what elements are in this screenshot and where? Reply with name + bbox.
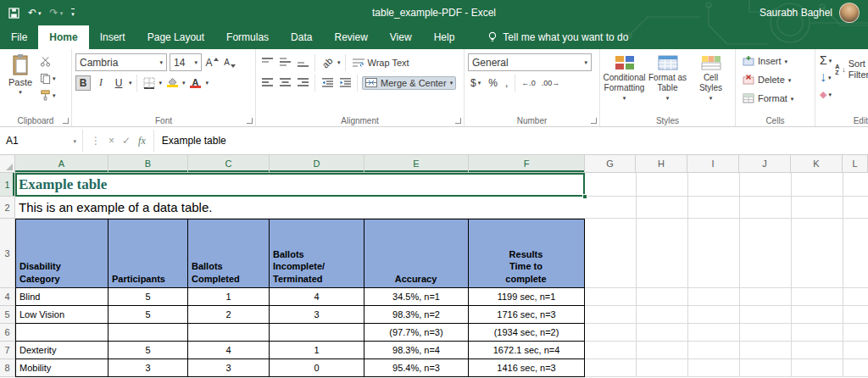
- font-color-dropdown-icon[interactable]: ▾: [206, 80, 209, 86]
- col-header-i[interactable]: I: [687, 155, 739, 173]
- decrease-indent-button[interactable]: [320, 75, 335, 91]
- cell[interactable]: 1716 sec, n=3: [469, 306, 585, 324]
- delete-dropdown-icon[interactable]: ▾: [788, 77, 792, 83]
- row-header-3[interactable]: 3: [0, 219, 15, 288]
- cell[interactable]: 4: [188, 342, 270, 359]
- cell[interactable]: Low Vision: [15, 306, 108, 324]
- row-header-1[interactable]: 1: [0, 173, 15, 197]
- tab-review[interactable]: Review: [323, 25, 378, 49]
- fill-color-dropdown-icon[interactable]: ▾: [182, 80, 186, 86]
- conditional-formatting-dropdown-icon[interactable]: ▾: [623, 95, 626, 101]
- bold-button[interactable]: B: [75, 75, 91, 91]
- wrap-text-button[interactable]: Wrap Text: [350, 57, 412, 69]
- cell[interactable]: [188, 324, 270, 342]
- number-format-combo[interactable]: General ▾: [468, 53, 592, 71]
- undo-button[interactable]: ↶▾: [28, 8, 42, 18]
- cell[interactable]: 2: [188, 306, 270, 324]
- increase-indent-button[interactable]: [337, 75, 353, 91]
- row-header-5[interactable]: 5: [0, 306, 15, 324]
- font-family-combo[interactable]: Cambria ▾: [75, 53, 167, 71]
- header-ballots-completed[interactable]: Ballots Completed: [188, 219, 270, 288]
- cut-button[interactable]: [40, 54, 56, 68]
- font-size-combo[interactable]: 14 ▾: [170, 53, 202, 71]
- col-header-l[interactable]: L: [843, 155, 868, 173]
- tab-page-layout[interactable]: Page Layout: [136, 25, 215, 49]
- align-right-button[interactable]: [295, 75, 310, 91]
- redo-button[interactable]: ↷▾: [50, 8, 64, 18]
- format-as-table-dropdown-icon[interactable]: ▾: [666, 95, 670, 101]
- col-header-d[interactable]: D: [270, 155, 364, 173]
- fill-dropdown-icon[interactable]: ▾: [828, 75, 832, 81]
- format-as-table-button[interactable]: Format as Table ▾: [646, 52, 689, 114]
- col-header-b[interactable]: B: [108, 155, 188, 173]
- font-color-button[interactable]: A: [188, 75, 203, 91]
- cell[interactable]: 5: [108, 288, 188, 306]
- format-painter-button[interactable]: ▾: [40, 88, 56, 102]
- col-header-k[interactable]: K: [791, 155, 843, 173]
- decrease-font-size-button[interactable]: A: [222, 55, 237, 70]
- percent-style-button[interactable]: %: [486, 77, 500, 89]
- borders-dropdown-icon[interactable]: ▾: [159, 80, 163, 86]
- orientation-button[interactable]: ab: [320, 55, 335, 70]
- delete-cells-button[interactable]: Delete ▾: [743, 70, 812, 89]
- tab-file[interactable]: File: [0, 25, 38, 49]
- empty-cells[interactable]: [585, 342, 868, 359]
- col-header-h[interactable]: H: [636, 155, 687, 173]
- tab-insert[interactable]: Insert: [89, 25, 136, 49]
- col-header-e[interactable]: E: [364, 155, 469, 173]
- conditional-formatting-button[interactable]: Conditional Formatting ▾: [603, 52, 646, 114]
- cell[interactable]: 95.4%, n=3: [364, 359, 469, 377]
- cell[interactable]: 1416 sec, n=3: [469, 359, 585, 377]
- cell[interactable]: Dexterity: [15, 342, 108, 359]
- decrease-decimal-button[interactable]: .00→: [540, 79, 562, 87]
- cell[interactable]: [15, 324, 108, 342]
- clear-dropdown-icon[interactable]: ▾: [828, 92, 832, 97]
- cell[interactable]: 3: [188, 359, 270, 377]
- cell[interactable]: 1: [270, 342, 364, 359]
- tell-me-box[interactable]: Tell me what you want to do: [487, 25, 628, 49]
- merge-center-dropdown-icon[interactable]: ▾: [450, 80, 453, 86]
- cancel-icon[interactable]: ×: [108, 135, 114, 147]
- header-disability-category[interactable]: Disability Category: [15, 219, 108, 288]
- cell[interactable]: (1934 sec, n=2): [469, 324, 585, 342]
- comma-style-button[interactable]: ,: [503, 77, 510, 89]
- row-header-4[interactable]: 4: [0, 288, 15, 306]
- insert-function-icon[interactable]: fx: [138, 135, 146, 147]
- name-box-dropdown-icon[interactable]: ▾: [73, 138, 76, 144]
- col-header-c[interactable]: C: [188, 155, 270, 173]
- cell[interactable]: [270, 324, 364, 342]
- tab-formulas[interactable]: Formulas: [215, 25, 280, 49]
- increase-font-size-button[interactable]: A: [204, 55, 220, 70]
- merge-center-button[interactable]: Merge & Center ▾: [362, 76, 456, 90]
- col-header-g[interactable]: G: [585, 155, 636, 173]
- cell[interactable]: [108, 324, 188, 342]
- empty-cells[interactable]: [585, 288, 868, 306]
- col-header-a[interactable]: A: [15, 155, 108, 173]
- align-left-button[interactable]: [259, 75, 275, 91]
- empty-cells[interactable]: [585, 306, 868, 324]
- cell[interactable]: 1672.1 sec, n=4: [469, 342, 585, 359]
- orientation-dropdown-icon[interactable]: ▾: [337, 59, 341, 65]
- fill-button[interactable]: ↓ ▾: [820, 70, 832, 84]
- paste-dropdown-icon[interactable]: ▾: [19, 89, 22, 95]
- cell[interactable]: (97.7%, n=3): [364, 324, 469, 342]
- empty-cells[interactable]: [585, 173, 868, 197]
- header-ballots-incomplete[interactable]: Ballots Incomplete/ Terminated: [270, 219, 364, 288]
- copy-dropdown-icon[interactable]: ▾: [53, 75, 56, 81]
- underline-button[interactable]: U: [111, 75, 126, 91]
- user-avatar[interactable]: [839, 3, 860, 23]
- tab-data[interactable]: Data: [280, 25, 323, 49]
- save-icon[interactable]: [8, 8, 19, 19]
- tab-home[interactable]: Home: [38, 25, 88, 49]
- copy-button[interactable]: ▾: [40, 71, 56, 85]
- middle-align-button[interactable]: [277, 55, 292, 70]
- accounting-format-button[interactable]: $ ▾: [468, 77, 483, 89]
- underline-dropdown-icon[interactable]: ▾: [129, 80, 132, 86]
- cell[interactable]: 98.3%, n=2: [364, 306, 469, 324]
- format-painter-dropdown-icon[interactable]: ▾: [53, 92, 56, 98]
- header-participants[interactable]: Participants: [108, 219, 188, 288]
- cell[interactable]: 3: [108, 359, 188, 377]
- tab-view[interactable]: View: [379, 25, 423, 49]
- cell[interactable]: 3: [270, 306, 364, 324]
- customize-qat-button[interactable]: ▾: [71, 8, 75, 17]
